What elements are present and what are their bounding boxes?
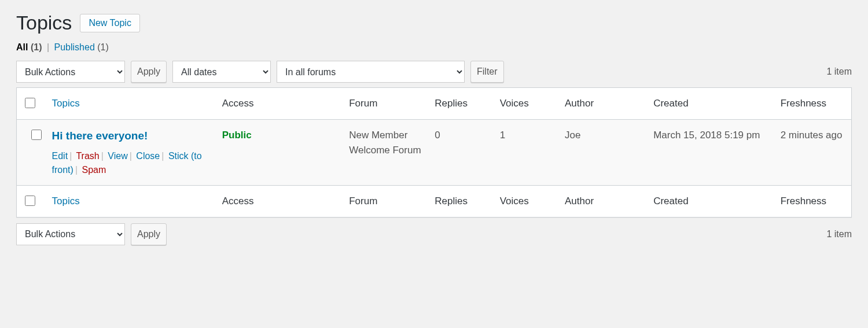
row-checkbox[interactable] xyxy=(31,130,42,140)
row-access: Public xyxy=(222,130,252,141)
col-replies-header: Replies xyxy=(429,88,494,120)
select-all-header xyxy=(17,88,46,120)
row-author: Joe xyxy=(559,120,648,186)
col-replies-footer: Replies xyxy=(429,185,494,217)
filter-all-count: (1) xyxy=(31,42,42,52)
bulk-actions-select-top[interactable]: Bulk Actions xyxy=(16,61,125,83)
col-created-header: Created xyxy=(648,88,775,120)
row-forum: New Member Welcome Forum xyxy=(343,120,429,186)
col-author-header: Author xyxy=(559,88,648,120)
bulk-actions-select-bottom[interactable]: Bulk Actions xyxy=(16,223,125,245)
row-title-link[interactable]: Hi there everyone! xyxy=(52,130,148,142)
date-filter-select[interactable]: All dates xyxy=(172,61,271,83)
filter-published-count: (1) xyxy=(97,42,109,52)
apply-button-top[interactable]: Apply xyxy=(131,61,167,83)
page-title: Topics xyxy=(16,12,72,34)
filter-published-label: Published xyxy=(54,42,95,52)
row-created: March 15, 2018 5:19 pm xyxy=(648,120,775,186)
col-forum-header: Forum xyxy=(343,88,429,120)
new-topic-button[interactable]: New Topic xyxy=(80,14,140,32)
col-access-header: Access xyxy=(216,88,344,120)
row-action-edit[interactable]: Edit xyxy=(52,151,68,161)
item-count-bottom: 1 item xyxy=(826,229,852,239)
col-voices-footer: Voices xyxy=(494,185,559,217)
col-topics-header[interactable]: Topics xyxy=(52,98,80,109)
filter-published[interactable]: Published (1) xyxy=(54,42,109,52)
item-count-top: 1 item xyxy=(826,67,852,77)
status-filter: All (1) | Published (1) xyxy=(16,42,852,53)
apply-button-bottom[interactable]: Apply xyxy=(131,223,167,245)
filter-separator: | xyxy=(45,42,52,52)
row-action-view[interactable]: View xyxy=(108,151,127,161)
row-replies: 0 xyxy=(429,120,494,186)
filter-all[interactable]: All (1) xyxy=(16,42,45,52)
col-topics-footer[interactable]: Topics xyxy=(52,196,80,207)
col-freshness-footer: Freshness xyxy=(775,185,852,217)
row-freshness: 2 minutes ago xyxy=(775,120,852,186)
row-actions: Edit| Trash| View| Close| Stick (to fron… xyxy=(52,149,211,177)
col-forum-footer: Forum xyxy=(343,185,429,217)
row-action-trash[interactable]: Trash xyxy=(76,151,99,161)
select-all-checkbox-top[interactable] xyxy=(25,98,35,108)
select-all-checkbox-bottom[interactable] xyxy=(25,196,35,206)
table-row: Hi there everyone! Edit| Trash| View| Cl… xyxy=(17,120,852,186)
col-author-footer: Author xyxy=(559,185,648,217)
row-voices: 1 xyxy=(494,120,559,186)
row-action-spam[interactable]: Spam xyxy=(82,165,106,175)
topics-table: Topics Access Forum Replies Voices Autho… xyxy=(16,87,852,218)
col-created-footer: Created xyxy=(648,185,775,217)
col-freshness-header: Freshness xyxy=(775,88,852,120)
filter-button[interactable]: Filter xyxy=(470,61,504,83)
filter-all-label: All xyxy=(16,42,28,52)
forum-filter-select[interactable]: In all forums xyxy=(277,61,465,83)
col-voices-header: Voices xyxy=(494,88,559,120)
tablenav-top: Bulk Actions Apply All dates In all foru… xyxy=(16,61,852,83)
col-access-footer: Access xyxy=(216,185,344,217)
row-action-close[interactable]: Close xyxy=(136,151,160,161)
tablenav-bottom: Bulk Actions Apply 1 item xyxy=(16,223,852,245)
